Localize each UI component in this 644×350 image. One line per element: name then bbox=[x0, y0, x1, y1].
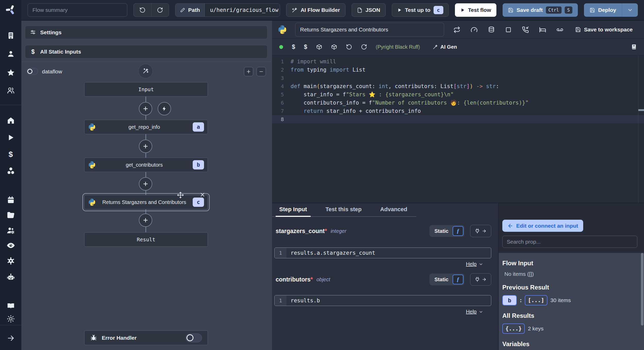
library-icon[interactable] bbox=[631, 44, 637, 50]
tab-test-this-step[interactable]: Test this step bbox=[324, 206, 364, 217]
javascript-expr-button[interactable]: ƒ bbox=[453, 226, 463, 236]
ai-step-wand-button[interactable] bbox=[138, 64, 153, 78]
error-handler-node[interactable]: Error Handler bbox=[84, 330, 208, 345]
array-value-badge[interactable]: [...] bbox=[525, 295, 547, 305]
code-line[interactable]: 1# import wmill bbox=[272, 57, 644, 66]
sidebar-item-workspace[interactable] bbox=[0, 28, 21, 43]
all-static-inputs-button[interactable]: $ All Static Inputs bbox=[25, 45, 267, 58]
sidebar-item-ai[interactable] bbox=[0, 270, 21, 284]
arrow-left-icon bbox=[507, 223, 513, 229]
resource-picker-button[interactable]: $ bbox=[304, 44, 307, 50]
add-step-button[interactable] bbox=[139, 140, 152, 153]
help-link[interactable]: Help bbox=[466, 309, 483, 315]
expand-sidebar-button[interactable] bbox=[0, 331, 21, 345]
sidebar-item-home[interactable] bbox=[0, 113, 21, 128]
save-draft-button[interactable]: Save draft Ctrl S bbox=[503, 3, 578, 17]
expr-editor-contributors[interactable]: 1 results.b bbox=[274, 295, 491, 306]
suspend-phone-icon[interactable] bbox=[522, 26, 529, 33]
json-button[interactable]: JSON bbox=[352, 3, 386, 17]
search-prop-input[interactable] bbox=[502, 236, 637, 248]
tab-advanced[interactable]: Advanced bbox=[378, 206, 409, 217]
add-step-button[interactable] bbox=[139, 214, 152, 227]
sidebar-item-docs[interactable] bbox=[0, 299, 21, 313]
zoom-in-button[interactable] bbox=[244, 67, 253, 76]
sidebar-item-resources[interactable] bbox=[0, 164, 21, 178]
move-step-handle[interactable] bbox=[177, 192, 184, 199]
code-line[interactable]: 7 return star_info + contributors_info bbox=[272, 107, 644, 115]
undo-button[interactable] bbox=[134, 4, 151, 16]
add-step-button[interactable] bbox=[139, 177, 152, 191]
code-line[interactable]: 3 bbox=[272, 74, 644, 82]
object-value-badge[interactable]: {...} bbox=[502, 323, 525, 334]
retries-icon[interactable] bbox=[453, 26, 460, 33]
input-node[interactable]: Input bbox=[84, 82, 208, 97]
add-trigger-button[interactable] bbox=[158, 102, 171, 115]
expr-editor-stargazers[interactable]: 1 results.a.stargazers_count bbox=[274, 247, 491, 258]
ai-flow-builder-button[interactable]: AI Flow Builder bbox=[286, 3, 345, 17]
sidebar-item-folders[interactable] bbox=[0, 208, 21, 222]
step-node-c-selected[interactable]: Returns Stargazers and Contributors c bbox=[84, 195, 208, 209]
assistant-names: Pyright Black Ruff bbox=[377, 44, 418, 50]
test-flow-button[interactable]: Test flow bbox=[455, 3, 496, 17]
mock-voicemail-icon[interactable] bbox=[556, 26, 563, 33]
code-editor[interactable]: 1# import wmill2from typing import List3… bbox=[272, 55, 644, 203]
edit-or-connect-button[interactable]: Edit or connect an input bbox=[502, 220, 583, 232]
sidebar-item-user[interactable] bbox=[0, 47, 21, 61]
sidebar-item-groups[interactable] bbox=[0, 83, 21, 98]
cache-database-icon[interactable] bbox=[488, 26, 495, 33]
error-handler-toggle[interactable] bbox=[185, 334, 202, 342]
test-up-to-button[interactable]: Test up to c bbox=[392, 3, 449, 17]
code-line[interactable]: 6 contributors_info = f"Number of contri… bbox=[272, 99, 644, 107]
sidebar-item-variables[interactable]: $ bbox=[0, 147, 21, 161]
deploy-button[interactable]: Deploy bbox=[584, 3, 622, 17]
props-scrollbar-thumb[interactable] bbox=[641, 253, 643, 326]
input-mode-toggle[interactable]: Static ƒ bbox=[429, 274, 464, 285]
input-mode-toggle[interactable]: Static ƒ bbox=[429, 225, 464, 237]
deploy-options-button[interactable] bbox=[622, 3, 638, 17]
sidebar-item-settings[interactable] bbox=[0, 254, 21, 268]
result-key-badge[interactable]: b bbox=[502, 295, 517, 305]
code-line[interactable]: 2from typing import List bbox=[272, 66, 644, 74]
dataflow-toggle[interactable] bbox=[27, 68, 38, 75]
flow-settings-button[interactable]: Settings bbox=[25, 26, 267, 39]
redo-button[interactable] bbox=[151, 4, 169, 16]
step-editor-panel: Save to workspace $ $ (Pyright Black Ruf… bbox=[272, 21, 644, 350]
path-editor[interactable]: Path u/henri/gracious_flow bbox=[175, 3, 280, 17]
help-link[interactable]: Help bbox=[466, 261, 483, 267]
step-node-a[interactable]: get_repo_info a bbox=[84, 120, 208, 134]
code-line[interactable]: 5 star_info = f"Stars ⭐ : {stargazers_co… bbox=[272, 90, 644, 99]
ai-gen-button[interactable]: AI Gen bbox=[433, 44, 457, 50]
tab-step-input[interactable]: Step Input bbox=[277, 206, 309, 217]
sidebar-item-favorites[interactable] bbox=[0, 65, 21, 80]
delete-step-button[interactable] bbox=[199, 192, 206, 198]
save-to-workspace-button[interactable]: Save to workspace bbox=[575, 21, 633, 39]
line-number: 8 bbox=[272, 116, 284, 122]
sidebar-item-audit-logs[interactable] bbox=[0, 238, 21, 253]
theme-toggle[interactable] bbox=[0, 312, 21, 326]
zoom-out-button[interactable] bbox=[257, 67, 266, 76]
editor-scrollbar-track[interactable] bbox=[638, 55, 638, 203]
variable-picker-button[interactable]: $ bbox=[292, 44, 295, 50]
windmill-logo[interactable] bbox=[0, 3, 21, 17]
flow-summary-input[interactable] bbox=[28, 3, 127, 17]
sidebar-item-runs[interactable] bbox=[0, 130, 21, 145]
reset-icon[interactable] bbox=[346, 44, 352, 50]
timeout-square-icon[interactable] bbox=[505, 27, 512, 33]
package-icon[interactable] bbox=[331, 44, 337, 50]
connect-input-button[interactable] bbox=[470, 273, 491, 286]
code-line[interactable]: 4def main(stargazers_count: int, contrib… bbox=[272, 82, 644, 90]
add-step-button[interactable] bbox=[139, 102, 152, 115]
package-icon[interactable] bbox=[316, 44, 322, 50]
concurrency-gauge-icon[interactable] bbox=[471, 26, 478, 33]
code-line[interactable]: 8 bbox=[272, 115, 644, 123]
code-assistants-status[interactable]: (Pyright Black Ruff) bbox=[376, 44, 420, 50]
step-title-input[interactable] bbox=[295, 23, 444, 37]
result-node[interactable]: Result bbox=[84, 232, 208, 247]
connect-input-button[interactable] bbox=[470, 225, 491, 237]
reload-icon[interactable] bbox=[361, 44, 367, 50]
sleep-bed-icon[interactable] bbox=[539, 26, 546, 33]
javascript-expr-button[interactable]: ƒ bbox=[453, 275, 463, 284]
sidebar-item-schedules[interactable] bbox=[0, 193, 21, 207]
step-node-b[interactable]: get_contributors b bbox=[84, 158, 208, 172]
sidebar-item-workers[interactable] bbox=[0, 223, 21, 238]
